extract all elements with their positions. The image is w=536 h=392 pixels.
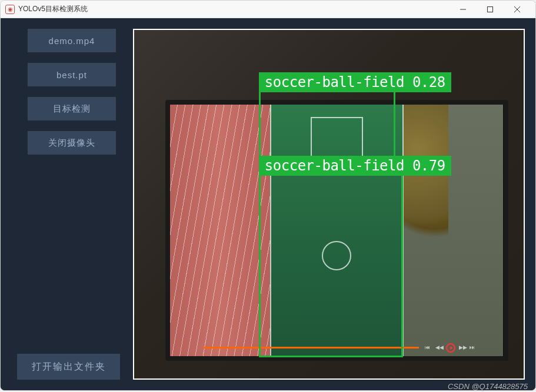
spacer (11, 155, 122, 354)
aerial-scene (170, 105, 504, 357)
parking-lot (404, 105, 504, 357)
select-video-button[interactable]: demo.mp4 (28, 29, 116, 52)
select-model-button[interactable]: best.pt (28, 63, 116, 86)
progress-bar[interactable] (204, 347, 420, 349)
prev-icon[interactable]: ⏮ (425, 344, 432, 351)
sidebar-button-group: demo.mp4 best.pt 目标检测 关闭摄像头 (11, 29, 122, 155)
svg-rect-1 (488, 6, 493, 12)
content-area: demo.mp4 best.pt 目标检测 关闭摄像头 打开输出文件夹 (1, 18, 535, 390)
scene-background: ⏮ ◀◀ ▶▶ ⏭ (134, 30, 524, 378)
forward-icon[interactable]: ▶▶ (459, 344, 466, 351)
application-window: ◉ YOLOv5目标检测系统 demo.mp4 best.pt 目标检测 关闭摄… (0, 0, 536, 391)
center-circle (322, 241, 351, 270)
close-camera-button[interactable]: 关闭摄像头 (28, 131, 116, 155)
running-track (170, 105, 270, 357)
close-button[interactable] (504, 1, 531, 18)
video-viewport: ⏮ ◀◀ ▶▶ ⏭ soccer-ball-field 0.28 soccer (133, 18, 535, 390)
penalty-box (311, 117, 363, 167)
title-bar: ◉ YOLOv5目标检测系统 (1, 1, 535, 18)
field-lines (270, 105, 404, 357)
playback-controls: ⏮ ◀◀ ▶▶ ⏭ (425, 343, 477, 353)
play-icon[interactable] (446, 343, 455, 353)
video-frame: ⏮ ◀◀ ▶▶ ⏭ soccer-ball-field 0.28 soccer (133, 29, 525, 380)
maximize-button[interactable] (477, 1, 504, 18)
watermark: CSDN @Q1744828575 (448, 382, 528, 391)
monitor-display: ⏮ ◀◀ ▶▶ ⏭ (165, 100, 508, 361)
sidebar: demo.mp4 best.pt 目标检测 关闭摄像头 打开输出文件夹 (1, 18, 133, 390)
trees (404, 105, 448, 256)
open-output-folder-button[interactable]: 打开输出文件夹 (17, 354, 120, 380)
app-icon: ◉ (5, 5, 15, 14)
playback-bar: ⏮ ◀◀ ▶▶ ⏭ (204, 344, 477, 351)
window-controls (450, 1, 531, 18)
detect-button[interactable]: 目标检测 (28, 97, 116, 120)
window-title: YOLOv5目标检测系统 (18, 4, 450, 14)
soccer-field (270, 105, 404, 357)
next-icon[interactable]: ⏭ (470, 344, 477, 351)
minimize-button[interactable] (450, 1, 477, 18)
rewind-icon[interactable]: ◀◀ (435, 344, 442, 351)
track-lanes (170, 105, 270, 357)
